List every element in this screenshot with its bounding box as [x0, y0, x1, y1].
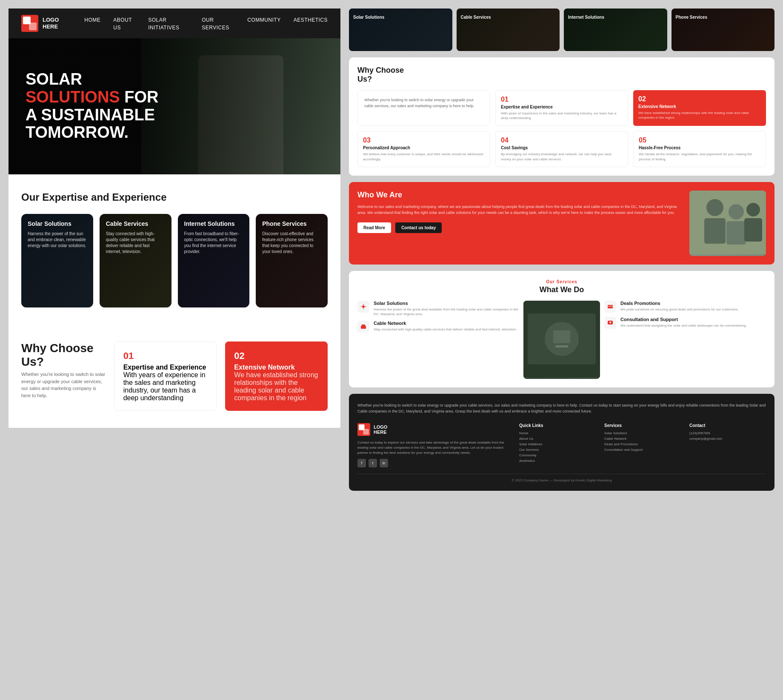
- what-right: Deals Promotions We pride ourselves on s…: [604, 301, 766, 379]
- footer-link-about[interactable]: About Us: [519, 437, 596, 441]
- footer-phone: (123)4567891: [689, 431, 766, 435]
- logo-icon: [21, 15, 38, 32]
- footer-logo-icon: [357, 423, 370, 436]
- why-right-title: Why Choose Us?: [357, 66, 766, 84]
- footer-link-services[interactable]: Our Services: [519, 448, 596, 452]
- twitter-icon[interactable]: t: [369, 459, 377, 467]
- why-card-02: 02 Extensive Network We have established…: [225, 341, 328, 411]
- footer-service-consult: Consultation and Support: [604, 448, 681, 452]
- what-cable: Cable Network Stay connected with high-q…: [357, 321, 519, 333]
- footer-email: company@gmail.com: [689, 437, 766, 441]
- card-cable-title: Cable Services: [106, 220, 165, 228]
- svg-rect-22: [608, 305, 613, 308]
- consult-item-desc: We understand that navigating the solar …: [620, 323, 747, 328]
- why-item-05: 05 Hassle-Free Process We handle all the…: [633, 131, 766, 167]
- center-image-svg: [523, 301, 600, 377]
- logo-text: LOGO HERE: [43, 17, 59, 30]
- nav-services[interactable]: OUR SERVICES: [202, 17, 229, 31]
- nav-community[interactable]: COMMUNITY: [247, 17, 281, 23]
- nav-aesthetics[interactable]: AESTHETICS: [294, 17, 328, 23]
- facebook-icon[interactable]: f: [357, 459, 366, 467]
- card-cable-desc: Stay connected with high-quality cable s…: [106, 231, 165, 255]
- footer-section: Whether you're looking to switch to sola…: [349, 394, 774, 491]
- deals-icon: [604, 301, 616, 313]
- contact-us-button[interactable]: Contact us today: [395, 222, 442, 233]
- footer-quick-links: Quick Links Home About Us Solar Initiati…: [519, 423, 596, 467]
- solar-item-title: Solar Solutions: [374, 301, 519, 306]
- why-subtitle: Whether you're looking to switch to sola…: [21, 371, 106, 399]
- mini-cards-row: Solar Solutions Cable Services Internet …: [349, 9, 774, 51]
- footer-link-home[interactable]: Home: [519, 431, 596, 435]
- service-cards: Solar Solutions Harness the power of the…: [21, 214, 328, 307]
- svg-point-8: [746, 203, 760, 216]
- why-right-section: Why Choose Us? Whether you're looking to…: [349, 57, 774, 176]
- card-internet: Internet Solutions From fast broadband t…: [178, 214, 250, 307]
- why-title: Why Choose Us?: [21, 341, 106, 369]
- deals-item-desc: We pride ourselves on securing great dea…: [620, 307, 739, 312]
- svg-point-6: [729, 204, 744, 219]
- footer-copyright: © 2023 Company Name — Developed by Kinet…: [357, 474, 766, 482]
- read-more-button[interactable]: Read More: [357, 222, 391, 233]
- footer-logo-desc: Contact us today to explore our services…: [357, 440, 511, 455]
- who-we-are-section: Who We Are Welcome to our sales and mark…: [349, 182, 774, 265]
- card-internet-title: Internet Solutions: [184, 220, 243, 228]
- instagram-icon[interactable]: in: [380, 459, 388, 467]
- card-phone-title: Phone Services: [262, 220, 321, 228]
- footer-link-aesthetics[interactable]: Aesthetics: [519, 459, 596, 463]
- what-center-image: [523, 301, 600, 379]
- who-image-inner: [689, 191, 766, 256]
- card-cable: Cable Services Stay connected with high-…: [100, 214, 171, 307]
- footer-services: Services Solar Solutions Cable Network D…: [604, 423, 681, 467]
- footer-link-community[interactable]: Community: [519, 453, 596, 457]
- svg-rect-28: [363, 429, 369, 435]
- why-item-02: 02 Extensive Network We have established…: [633, 90, 766, 126]
- what-deals: Deals Promotions We pride ourselves on s…: [604, 301, 766, 313]
- footer-link-solar[interactable]: Solar Initiatives: [519, 442, 596, 446]
- svg-point-25: [609, 322, 611, 323]
- svg-rect-7: [726, 221, 746, 245]
- svg-rect-20: [553, 330, 570, 343]
- svg-rect-15: [361, 326, 366, 329]
- social-icons: f t in: [357, 459, 511, 467]
- mini-card-phone: Phone Services: [672, 9, 775, 51]
- svg-rect-2: [29, 23, 37, 30]
- mini-card-solar: Solar Solutions: [349, 9, 452, 51]
- who-desc: Welcome to our sales and marketing compa…: [357, 204, 683, 216]
- why-card-01: 01 Expertise and Experience With years o…: [114, 341, 217, 411]
- footer-logo-col: LOGO HERE Contact us today to explore ou…: [357, 423, 511, 467]
- expertise-section: Our Expertise and Experience Solar Solut…: [9, 174, 340, 324]
- footer-columns: LOGO HERE Contact us today to explore ou…: [357, 423, 766, 467]
- svg-point-4: [706, 199, 723, 216]
- nav-home[interactable]: HOME: [84, 17, 100, 23]
- footer-service-solar: Solar Solutions: [604, 431, 681, 435]
- svg-rect-21: [555, 345, 568, 347]
- card-internet-desc: From fast broadband to fiber-optic conne…: [184, 231, 243, 255]
- solar-icon: [357, 301, 369, 313]
- expertise-title: Our Expertise and Experience: [21, 191, 328, 203]
- svg-rect-5: [704, 218, 726, 244]
- why-right-desc: Whether you're looking to switch to sola…: [357, 90, 490, 126]
- why-item-03: 03 Personalized Approach We believe that…: [357, 131, 490, 167]
- what-consult: Consultation and Support We understand t…: [604, 317, 766, 329]
- solar-item-desc: Harness the power of the great deal avai…: [374, 307, 519, 316]
- what-solar: Solar Solutions Harness the power of the…: [357, 301, 519, 316]
- mini-card-internet: Internet Solutions: [564, 9, 667, 51]
- logo[interactable]: LOGO HERE: [21, 15, 59, 32]
- hero-title: SOLAR SOLUTIONS FOR A SUSTAINABLE TOMORR…: [26, 71, 158, 142]
- card-phone-desc: Discover cost-effective and feature-rich…: [262, 231, 321, 255]
- consult-item-title: Consultation and Support: [620, 317, 747, 322]
- footer-service-cable: Cable Network: [604, 437, 681, 441]
- why-item-01: 01 Expertise and Experience With years o…: [495, 90, 628, 126]
- footer-logo-text: LOGO HERE: [374, 424, 387, 435]
- footer-service-deals: Deals and Promotions: [604, 442, 681, 446]
- svg-point-10: [362, 305, 365, 308]
- services-label: Our Services: [357, 279, 766, 284]
- left-panel: LOGO HERE HOME ABOUT US SOLAR INITIATIVE…: [9, 9, 340, 491]
- nav-about[interactable]: ABOUT US: [113, 17, 132, 31]
- who-content: Who We Are Welcome to our sales and mark…: [357, 191, 683, 256]
- consult-icon: [604, 317, 616, 329]
- cable-item-desc: Stay connected with high-quality cable s…: [374, 327, 517, 332]
- nav-solar[interactable]: SOLAR INITIATIVES: [148, 17, 179, 31]
- nav-links: HOME ABOUT US SOLAR INITIATIVES OUR SERV…: [84, 16, 328, 31]
- why-item-04: 04 Cost Savings By leveraging our indust…: [495, 131, 628, 167]
